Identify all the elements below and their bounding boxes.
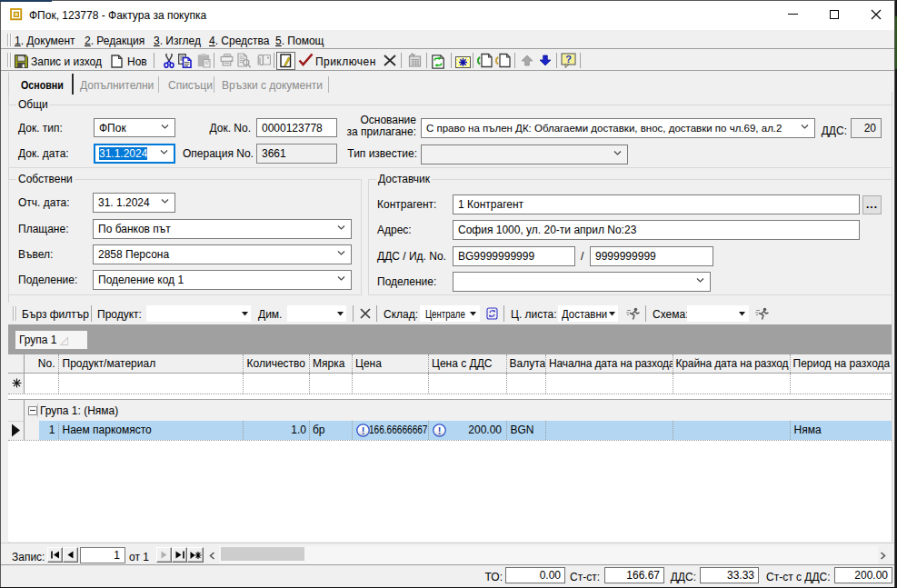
svg-text:!: !: [362, 425, 365, 436]
svg-text:?: ?: [565, 54, 572, 65]
svg-text:!: !: [438, 425, 442, 436]
